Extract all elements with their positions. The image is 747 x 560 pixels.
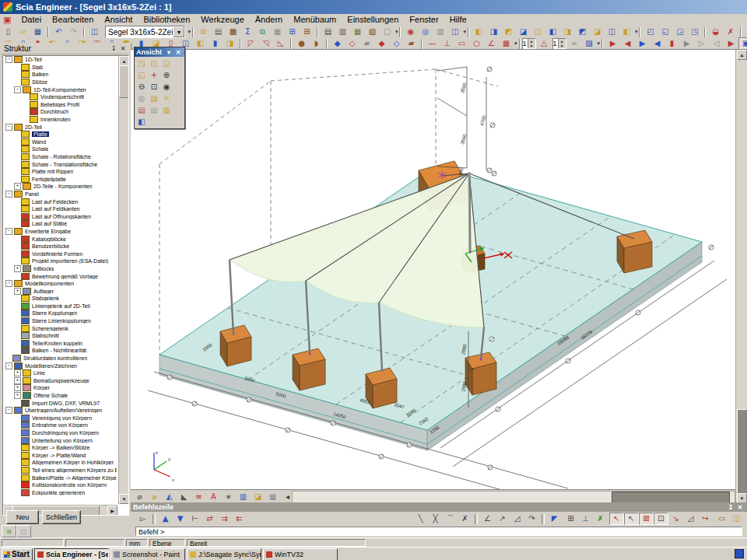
tool-icon[interactable]: ◱ (658, 26, 672, 38)
tool-icon[interactable]: ◧ (472, 26, 486, 38)
tool-icon[interactable]: ▰ (404, 37, 419, 50)
tree-item[interactable]: Benutzerblöcke (3, 243, 117, 250)
tree-item[interactable]: Beliebiges Profil (3, 101, 117, 109)
chevron-down-icon[interactable]: ▾ (164, 48, 174, 57)
tool-icon[interactable]: ⇉ (217, 513, 232, 525)
tool-icon[interactable]: ◀ (650, 37, 665, 50)
tool-icon[interactable]: ▭ (714, 513, 729, 525)
tree-item[interactable]: Unterteilung von Körpern (3, 436, 117, 444)
project-combo[interactable]: Segel 3x16x5-2Zei ▼ (105, 26, 185, 38)
tool-icon[interactable]: ◩ (575, 26, 590, 38)
tool-icon[interactable]: ◨ (223, 37, 237, 50)
tool-icon[interactable]: ◫ (531, 26, 545, 38)
select-cursor-icon[interactable]: ▻ (135, 513, 150, 525)
dropdown-icon[interactable]: ▾ (598, 38, 601, 49)
text-label-icon[interactable]: A (206, 491, 221, 503)
dropdown-icon[interactable]: ▾ (463, 26, 466, 37)
tool-icon[interactable]: ╳ (428, 513, 443, 525)
tool-icon[interactable]: ↘ (668, 513, 683, 525)
tool-icon[interactable]: ⌀ (132, 491, 147, 503)
tool-icon[interactable]: ∗ (221, 491, 236, 503)
menu-bibliotheken[interactable]: Bibliotheken (138, 14, 195, 26)
tool-icon[interactable]: ◳ (687, 26, 702, 38)
tree-item[interactable]: Körper -> Balken/Stütze (3, 444, 117, 452)
tool-icon[interactable]: ↷ (524, 513, 539, 525)
dropdown-icon[interactable]: ▾ (395, 26, 398, 37)
tool-icon[interactable]: ◪ (516, 26, 531, 38)
tree-vertical-scrollbar[interactable]: ▲ ▼ (118, 56, 128, 504)
tool-icon[interactable]: ▦ (499, 37, 514, 50)
tool-icon[interactable]: ◿ (683, 513, 698, 525)
tree-item[interactable]: Import DWG, DXF, VRML97 (3, 399, 117, 407)
tree-item[interactable]: Liniengelenk auf 2D-Teil (3, 303, 117, 310)
tool-icon[interactable]: ≡ (191, 491, 206, 503)
tree-item[interactable]: Strukturdaten kontrollieren (3, 355, 117, 362)
tool-icon[interactable]: ▩ (226, 26, 240, 38)
tree-item[interactable]: −2D-Teil (3, 123, 117, 131)
menu-menübaum[interactable]: Menübaum (288, 14, 342, 26)
view-y-icon[interactable]: ◰ (148, 58, 160, 69)
tree-item[interactable]: Stabgelenk (3, 295, 117, 303)
perspective-icon[interactable]: ◧ (135, 116, 148, 128)
tool-icon[interactable]: ◣ (177, 491, 191, 503)
tree-item[interactable]: Bewehrung gemäß Vorlage (3, 272, 117, 280)
tree-item[interactable]: Katalogblöcke (3, 235, 117, 243)
wireframe-icon[interactable]: ▤ (148, 104, 160, 116)
taskbar-task[interactable]: Scia Engineer - [Segel... (34, 548, 109, 560)
tree-item[interactable]: Teil eines allgemeinen Körpers zu Ba (3, 467, 117, 474)
view-z-icon[interactable]: ◲ (160, 58, 173, 69)
tool-icon[interactable]: ∠ (480, 513, 495, 525)
expand-icon[interactable]: + (14, 265, 21, 272)
tool-icon[interactable]: ✗ (593, 513, 608, 525)
tray-icon[interactable] (735, 549, 744, 558)
tree-item[interactable]: Projekt importieren (ESA-Datei) (3, 257, 117, 265)
tool-icon[interactable]: ◭ (162, 491, 177, 503)
menu-hilfe[interactable]: Hilfe (444, 14, 472, 26)
tree-item[interactable]: +Linie (3, 369, 117, 377)
redo-icon[interactable]: ↷ (66, 26, 81, 38)
menu-ändern[interactable]: Ändern (250, 14, 288, 26)
tool-icon[interactable]: ✗ (458, 513, 472, 525)
schliessen-button[interactable]: Schließen (42, 510, 81, 524)
tool-icon[interactable]: ◸ (244, 37, 258, 50)
tool-icon[interactable]: ▭ (454, 37, 469, 50)
ansicht-header[interactable]: Ansicht ▾ ✕ (135, 47, 184, 57)
tree-item[interactable]: +2D-Teile - Komponenten (3, 183, 117, 191)
tool-icon[interactable]: ▶ (635, 37, 650, 50)
line-tool-icon[interactable]: — (425, 37, 440, 50)
tool-icon[interactable]: ⊞ (285, 26, 300, 38)
zoom-out-icon[interactable]: ⊖ (135, 81, 148, 93)
tool-icon[interactable]: ◗ (309, 37, 324, 50)
collapse-icon[interactable]: − (14, 86, 21, 93)
layer-spinner[interactable]: 1 ▲▼ (552, 38, 566, 50)
tree-item[interactable]: Starre Kopplungen (3, 310, 117, 317)
save-icon[interactable]: ▦ (30, 26, 45, 38)
tool-icon[interactable]: ◰ (643, 26, 658, 38)
tool-icon[interactable]: ● (294, 37, 309, 50)
tool-icon[interactable]: ◀ (620, 37, 635, 50)
tree-item[interactable]: −1D-Teil (3, 56, 117, 64)
tool-icon[interactable]: ↪ (698, 513, 713, 525)
start-button[interactable]: Start (2, 548, 33, 560)
spinner-arrows-icon[interactable]: ▲▼ (558, 39, 566, 48)
taskbar-task[interactable]: J:\Seagate Sync\SyncRe... (187, 548, 261, 560)
menu-werkzeuge[interactable]: Werkzeuge (195, 14, 249, 26)
new-window-icon[interactable]: ◫ (87, 26, 102, 38)
tool-icon[interactable]: ↖ (624, 513, 639, 525)
tool-icon[interactable]: ▰ (359, 37, 374, 50)
tool-icon[interactable]: ∠ (484, 37, 499, 50)
tree-item[interactable]: Platte (3, 131, 117, 138)
tool-icon[interactable]: ◲ (672, 26, 687, 38)
tool-icon[interactable]: ⇇ (232, 513, 247, 525)
tool-icon[interactable]: ⊥ (440, 37, 454, 50)
tool-icon[interactable]: ↗ (495, 513, 510, 525)
tool-icon[interactable]: ⊢ (188, 513, 202, 525)
activity-spinner[interactable]: 1 ▲▼ (522, 38, 536, 50)
clipping-icon[interactable]: ▤ (148, 93, 160, 104)
taskbar-task[interactable]: Screenshot - Paint (110, 548, 185, 560)
tree-item[interactable]: Allgemeinen Körper in Hohlkörper (3, 459, 117, 467)
expand-icon[interactable]: + (14, 384, 21, 391)
expand-icon[interactable]: + (14, 377, 21, 384)
tree-item[interactable]: Vordefinierte Formen (3, 250, 117, 257)
tree-item[interactable]: Balken - Nichtlinearität (3, 347, 117, 355)
